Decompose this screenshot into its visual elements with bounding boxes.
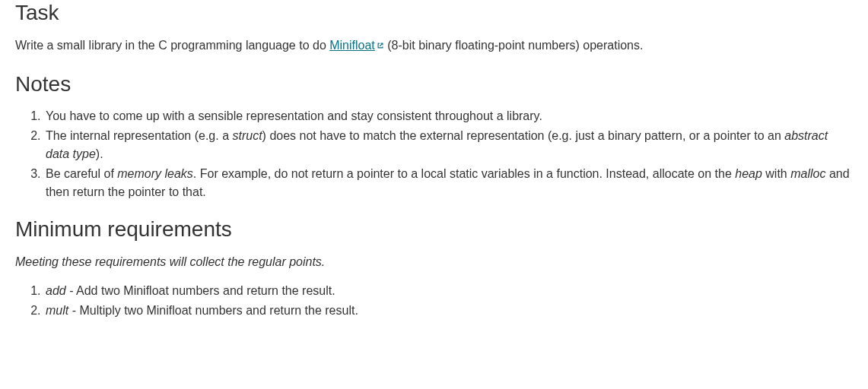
task-intro-prefix: Write a small library in the C programmi… — [15, 39, 329, 52]
text-run: . For example, do not return a pointer t… — [193, 167, 735, 180]
task-intro: Write a small library in the C programmi… — [15, 36, 853, 55]
list-item: Be careful of memory leaks. For example,… — [44, 165, 853, 201]
minifloat-link[interactable]: Minifloat — [329, 39, 375, 52]
list-item: mult - Multiply two Minifloat numbers an… — [44, 302, 853, 320]
list-item: You have to come up with a sensible repr… — [44, 107, 853, 125]
text-run: malloc — [790, 167, 825, 180]
text-run: ). — [96, 147, 103, 160]
text-run: - Multiply two Minifloat numbers and ret… — [68, 304, 358, 317]
minreq-heading: Minimum requirements — [15, 217, 853, 242]
text-run: memory leaks — [117, 167, 193, 180]
list-item: add - Add two Minifloat numbers and retu… — [44, 282, 853, 300]
text-run: ) does not have to match the external re… — [262, 129, 785, 142]
external-link-icon — [377, 36, 384, 55]
list-item: The internal representation (e.g. a stru… — [44, 127, 853, 163]
text-run: with — [762, 167, 790, 180]
text-run: add — [46, 284, 66, 297]
text-run: The internal representation (e.g. a — [46, 129, 232, 142]
text-run: mult — [46, 304, 68, 317]
notes-list: You have to come up with a sensible repr… — [15, 107, 853, 201]
text-run: You have to come up with a sensible repr… — [46, 109, 542, 122]
text-run: struct — [232, 129, 262, 142]
minreq-subnote: Meeting these requirements will collect … — [15, 253, 853, 271]
task-intro-suffix: (8-bit binary floating-point numbers) op… — [384, 39, 644, 52]
minreq-list: add - Add two Minifloat numbers and retu… — [15, 282, 853, 320]
task-heading: Task — [15, 0, 853, 26]
text-run: - Add two Minifloat numbers and return t… — [66, 284, 335, 297]
text-run: heap — [735, 167, 762, 180]
notes-heading: Notes — [15, 71, 853, 97]
text-run: Be careful of — [46, 167, 117, 180]
